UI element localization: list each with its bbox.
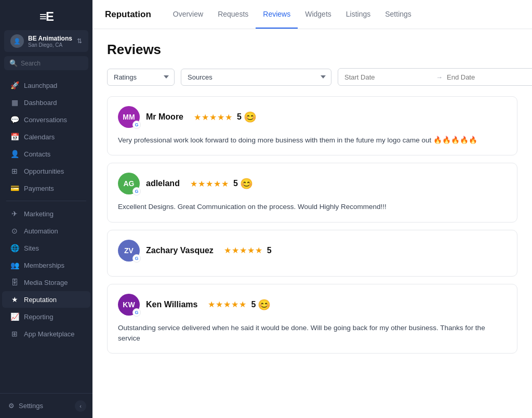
- sidebar-item-reputation[interactable]: ★ Reputation: [2, 291, 90, 308]
- sidebar-item-label: Memberships: [24, 262, 64, 269]
- sidebar-item-label: Payments: [24, 185, 54, 192]
- nav-divider: [6, 201, 86, 201]
- sidebar-item-conversations[interactable]: 💬 Conversations: [2, 111, 90, 128]
- sources-filter[interactable]: Sources: [181, 69, 331, 86]
- reviewer-avatar: AG G: [118, 173, 140, 194]
- payments-icon: 💳: [10, 184, 19, 192]
- reviewer-name: Zachary Vasquez: [146, 246, 214, 255]
- review-header: KW G Ken Williams ★★★★★ 5 😊: [118, 294, 507, 316]
- reviewer-name: Ken Williams: [146, 300, 197, 309]
- sidebar-item-app-marketplace[interactable]: ⊞ App Marketplace: [2, 325, 90, 342]
- reviewer-name: Mr Moore: [146, 112, 183, 122]
- sidebar-item-payments[interactable]: 💳 Payments: [2, 180, 90, 197]
- search-icon: 🔍: [9, 59, 18, 67]
- top-bar: Reputation Overview Requests Reviews Wid…: [92, 0, 532, 29]
- tab-overview[interactable]: Overview: [166, 1, 210, 29]
- sidebar-item-memberships[interactable]: 👥 Memberships: [2, 257, 90, 273]
- sidebar-item-media-storage[interactable]: 🗄 Media Storage: [2, 274, 90, 291]
- tab-settings[interactable]: Settings: [378, 1, 419, 29]
- calendars-icon: 📅: [10, 133, 19, 141]
- star-count: 5: [251, 300, 256, 309]
- date-arrow-icon: →: [436, 73, 443, 81]
- sidebar-item-label: Calendars: [24, 133, 55, 141]
- smiley-icon: 😊: [258, 298, 271, 311]
- sidebar-item-contacts[interactable]: 👤 Contacts: [2, 146, 90, 162]
- review-text: Excellent Designs. Great Communication o…: [118, 200, 507, 212]
- sidebar: ≡E 👤 BE Animations San Diego, CA ⇅ 🔍 ⌘K …: [0, 0, 92, 418]
- sidebar-item-calendars[interactable]: 📅 Calendars: [2, 128, 90, 145]
- sidebar-item-sites[interactable]: 🌐 Sites: [2, 240, 90, 256]
- sidebar-item-launchpad[interactable]: 🚀 Launchpad: [2, 77, 90, 94]
- logo-text: ≡E: [39, 9, 53, 24]
- settings-icon: ⚙: [8, 402, 15, 410]
- star-icons: ★★★★★: [208, 299, 247, 309]
- review-stars: ★★★★★ 5 😊: [190, 177, 253, 190]
- tab-reviews[interactable]: Reviews: [256, 1, 298, 29]
- search-bar[interactable]: 🔍 ⌘K ⚡: [4, 56, 88, 70]
- account-switcher[interactable]: 👤 BE Animations San Diego, CA ⇅: [4, 30, 88, 52]
- tab-widgets[interactable]: Widgets: [298, 1, 339, 29]
- sidebar-item-automation[interactable]: ⊙ Automation: [2, 223, 90, 239]
- contacts-icon: 👤: [10, 150, 19, 158]
- review-header: MM G Mr Moore ★★★★★ 5 😊: [118, 106, 507, 128]
- sidebar-item-label: Launchpad: [24, 82, 57, 89]
- sidebar-item-label: Media Storage: [24, 279, 68, 286]
- review-stars: ★★★★★ 5: [224, 245, 272, 255]
- account-info: 👤 BE Animations San Diego, CA: [10, 34, 72, 48]
- star-count: 5: [233, 179, 238, 188]
- account-location: San Diego, CA: [28, 42, 72, 48]
- automation-icon: ⊙: [10, 227, 19, 235]
- sidebar-logo: ≡E: [0, 0, 92, 30]
- tab-requests[interactable]: Requests: [210, 1, 256, 29]
- sidebar-item-label: Reporting: [24, 313, 53, 321]
- sidebar-item-label: Conversations: [24, 116, 67, 124]
- account-chevron-icon: ⇅: [77, 37, 82, 45]
- end-date-input[interactable]: [447, 73, 532, 81]
- tab-listings[interactable]: Listings: [339, 1, 378, 29]
- sidebar-item-label: Marketing: [24, 210, 54, 218]
- review-header: ZV G Zachary Vasquez ★★★★★ 5: [118, 240, 507, 262]
- review-text: Outstanding service delivered when he sa…: [118, 321, 507, 344]
- sidebar-item-dashboard[interactable]: ▦ Dashboard: [2, 94, 90, 111]
- review-card-mr-moore: MM G Mr Moore ★★★★★ 5 😊 Very professiona…: [107, 96, 517, 155]
- start-date-input[interactable]: [344, 73, 432, 81]
- review-card-ken-williams: KW G Ken Williams ★★★★★ 5 😊 Outstanding …: [107, 284, 517, 354]
- sidebar-item-opportunities[interactable]: ⊞ Opportunities: [2, 163, 90, 179]
- launchpad-icon: 🚀: [10, 81, 19, 89]
- dashboard-icon: ▦: [10, 98, 19, 107]
- ratings-filter[interactable]: Ratings: [107, 69, 175, 86]
- star-count: 5: [237, 112, 242, 122]
- sidebar-item-marketing[interactable]: ✈ Marketing: [2, 205, 90, 222]
- sites-icon: 🌐: [10, 244, 19, 252]
- review-text: Very professional work look forward to d…: [118, 133, 507, 146]
- google-badge: G: [132, 121, 141, 129]
- reviewer-avatar: ZV G: [118, 240, 140, 262]
- account-name: BE Animations: [28, 35, 72, 42]
- smiley-icon: 😊: [240, 177, 253, 190]
- reviewer-name: adleland: [146, 179, 180, 188]
- review-stars: ★★★★★ 5 😊: [194, 111, 257, 123]
- reviews-content: Reviews Ratings Sources → 📅 MM G: [92, 29, 532, 418]
- google-badge: G: [132, 187, 141, 195]
- account-avatar: 👤: [10, 34, 24, 48]
- sidebar-item-reporting[interactable]: 📈 Reporting: [2, 308, 90, 325]
- search-input[interactable]: [21, 60, 92, 67]
- opportunities-icon: ⊞: [10, 167, 19, 175]
- google-badge: G: [132, 254, 141, 263]
- google-badge: G: [132, 308, 141, 317]
- reputation-icon: ★: [10, 295, 19, 304]
- smiley-icon: 😊: [244, 111, 257, 123]
- memberships-icon: 👥: [10, 261, 19, 269]
- star-count: 5: [267, 246, 272, 255]
- reviewer-avatar: MM G: [118, 106, 140, 128]
- sidebar-item-label: Dashboard: [24, 99, 57, 107]
- sidebar-item-settings[interactable]: ⚙ Settings: [2, 398, 49, 414]
- main-content: Reputation Overview Requests Reviews Wid…: [92, 0, 532, 418]
- date-range-filter[interactable]: → 📅: [338, 68, 532, 86]
- reporting-icon: 📈: [10, 312, 19, 321]
- star-icons: ★★★★★: [190, 179, 229, 189]
- sidebar-collapse-button[interactable]: ‹: [75, 400, 86, 412]
- sidebar-item-label: Contacts: [24, 150, 50, 158]
- review-card-adleland: AG G adleland ★★★★★ 5 😊 Excellent Design…: [107, 163, 517, 222]
- conversations-icon: 💬: [10, 115, 19, 124]
